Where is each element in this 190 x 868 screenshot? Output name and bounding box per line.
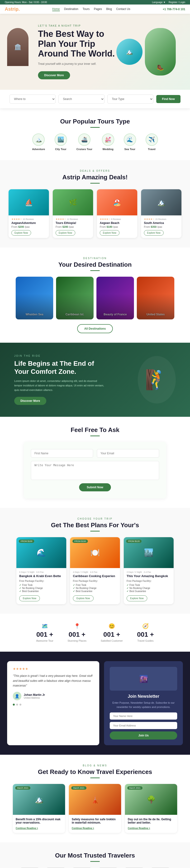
deal-explore-btn-3[interactable]: Explore Now (144, 230, 164, 236)
deal-explore-btn-2[interactable]: Explore Now (100, 230, 120, 236)
cta-discover-btn[interactable]: Discover More (14, 397, 46, 405)
tour-type-wedding[interactable]: 💒 Wedding (102, 133, 114, 151)
deal-image-0: ⛵ (8, 189, 49, 215)
plan-explore-btn-2[interactable]: Explore Now (127, 595, 147, 601)
plan-explore-btn-0[interactable]: Explore Now (19, 595, 40, 601)
hero-title: The Best Way to Plan Your Trip Around Th… (38, 29, 116, 58)
tour-type-sea[interactable]: 🌊 Sea Tour (124, 133, 136, 151)
deal-body-0: ★★★★☆ 10 Reviews AegeanAdventure From $2… (8, 215, 49, 238)
form-firstname[interactable] (31, 449, 93, 458)
blog-image-0: 🏔️ March 2021 (13, 784, 65, 815)
blog-body-1: Safety measures for safe trekkin in wate… (69, 815, 121, 833)
travel-icon: ✈️ (146, 133, 158, 146)
plan-badge-2: FROM $120 (126, 539, 141, 543)
newsletter-block: 🌆 Join Newsletter Enter Purpose, Newslet… (104, 661, 183, 745)
blog-read-more-2[interactable]: Continue Reading > (128, 827, 150, 830)
stats-row: 🗺️ 001 + Awesome Tour 📍 001 + Stunning P… (9, 623, 181, 642)
tour-type-travel[interactable]: ✈️ Travel (146, 133, 158, 151)
plan-card-0: 🌊 FROM $100 6 Days / 5 Night 6-8 Pax Ban… (17, 537, 66, 604)
tour-type-city[interactable]: 🏙️ City Tour (55, 133, 67, 151)
blog-title: Get Ready to Know Travel Experiences (7, 768, 183, 776)
blog-date-1: March 2021 (71, 786, 87, 789)
search-tour-type[interactable]: Tour Type (107, 95, 153, 103)
stat-number-2: 001 + (101, 631, 123, 638)
newsletter-email-input[interactable] (110, 722, 177, 729)
dest-card-usa[interactable]: United States (137, 277, 174, 319)
hero-desc: Treat yourself with a journey to your in… (38, 62, 116, 66)
plan-feature-0b: No Booking Charge (19, 587, 63, 589)
cta-text: JOIN THE RIDE Life Begins at The End of … (14, 354, 104, 405)
search-btn[interactable]: Find Now (156, 95, 181, 103)
dot-active[interactable] (13, 704, 15, 706)
plan-facility-label-0: Free Package Facility: (19, 580, 63, 582)
newsletter-name-input[interactable] (110, 712, 177, 720)
adventure-icon: 🏔️ (32, 133, 45, 146)
tour-type-cruises[interactable]: 🚢 Cruises Tour (76, 133, 92, 151)
blog-card-0: 🏔️ March 2021 Benefit from a 15% discoun… (13, 784, 65, 833)
hero-discover-btn[interactable]: Discover More (38, 71, 70, 79)
blog-title-2: Day out on the île de île. Getting bette… (128, 818, 174, 824)
plan-body-1: 4 Days / 3 Night 4-6 Pax Caribbean Cooki… (70, 568, 120, 604)
blog-cards-list: 🏔️ March 2021 Benefit from a 15% discoun… (7, 784, 183, 833)
plan-image-2: 🏙️ FROM $120 (124, 537, 173, 568)
plan-explore-btn-1[interactable]: Explore Now (73, 595, 94, 601)
plan-feature-2a: Free Took (127, 584, 171, 586)
dot-1[interactable] (16, 704, 18, 706)
deal-stars-3: ★★★★☆ 15 Reviews (144, 218, 179, 220)
contact-form: Submit Now (24, 442, 166, 498)
nav-destination[interactable]: Destination (64, 7, 78, 11)
cta-desc: Lorem ipsum dolor sit amet, consectetur … (14, 379, 104, 392)
deal-explore-btn-1[interactable]: Explore Now (56, 230, 75, 236)
blog-tag: BLOG & NEWS (7, 764, 183, 767)
nav-blog[interactable]: Blog (106, 7, 112, 11)
nav-contact[interactable]: Contact Us (116, 7, 130, 11)
top-bar: Opening Hours: Mon - Sat / 8:00 - 18:00 … (0, 0, 190, 4)
blog-read-more-0[interactable]: Continue Reading > (16, 827, 38, 830)
search-search[interactable]: Search (58, 95, 104, 103)
trusted-title: Our Most Trusted Travelers (7, 852, 183, 859)
sea-icon: 🌊 (124, 133, 136, 146)
plan-body-0: 6 Days / 5 Night 6-8 Pax Bangkok & Krabi… (17, 568, 66, 604)
dest-card-france[interactable]: Beauty of France (96, 277, 134, 319)
trusted-section: Our Most Trusted Travelers 🦋 🌴 🦚 🌺 🦜 🌊 (0, 842, 190, 868)
form-message[interactable] (31, 461, 159, 480)
blog-body-0: Benefit from a 15% discount mak your res… (13, 815, 65, 833)
tour-type-adventure[interactable]: 🏔️ Adventure (32, 133, 45, 151)
plan-image-0: 🌊 FROM $100 (17, 537, 66, 568)
dot-2[interactable] (20, 704, 21, 706)
logo[interactable]: Astrip. (5, 6, 20, 12)
newsletter-subscribe-btn[interactable]: Join Us (110, 732, 177, 740)
search-where[interactable]: Where to (9, 95, 56, 103)
newsletter-image: 🌆 (110, 667, 177, 691)
deals-divider (90, 183, 100, 184)
dest-card-whalden[interactable]: Whalden Sea (16, 277, 53, 319)
dest-title: Your Desired Destination (7, 261, 183, 268)
form-submit-btn[interactable]: Submit Now (79, 483, 111, 491)
newsletter-title: Join Newsletter (110, 694, 177, 699)
dest-bg-france: Beauty of France (96, 277, 134, 319)
deals-tag: DEALS & OFFERS (7, 169, 183, 172)
nav-home[interactable]: Home (52, 7, 60, 11)
dest-overlay-1 (56, 277, 94, 319)
topbar-hours: Opening Hours: Mon - Sat / 8:00 - 18:00 (5, 1, 47, 4)
nav-tours[interactable]: Tours (83, 7, 90, 11)
deal-price-0: From $200 /pax (11, 225, 46, 228)
deal-explore-btn-0[interactable]: Explore Now (11, 230, 31, 236)
deal-image-2: 🏖️ (97, 189, 137, 215)
blog-read-more-1[interactable]: Continue Reading > (72, 827, 94, 830)
plan-days-1: 4 Days / 3 Night (73, 571, 88, 573)
plan-feature-1a: Free Took (73, 584, 117, 586)
form-email[interactable] (97, 449, 159, 458)
all-destinations-btn[interactable]: All Destinations (77, 324, 113, 333)
dest-bg-carib: Caribbean Isl. (56, 277, 94, 319)
testi-author-info: Johan Martin Jr United Address (24, 693, 45, 699)
form-row-names (31, 449, 159, 458)
dest-card-carib[interactable]: Caribbean Isl. (56, 277, 94, 319)
deal-card-2: 🏖️ ★★★★☆ 8 Reviews Aegean Beach From $18… (97, 189, 137, 238)
stunning-places-icon: 📍 (68, 623, 87, 629)
plan-name-2: This Your Amazing Bangkok (127, 574, 171, 578)
plan-meta-1: 4 Days / 3 Night 4-6 Pax (73, 571, 117, 573)
plan-name-1: Caribbean Cooking Experien (73, 574, 117, 578)
nav-pages[interactable]: Pages (94, 7, 102, 11)
cruises-icon: 🚢 (78, 133, 91, 146)
